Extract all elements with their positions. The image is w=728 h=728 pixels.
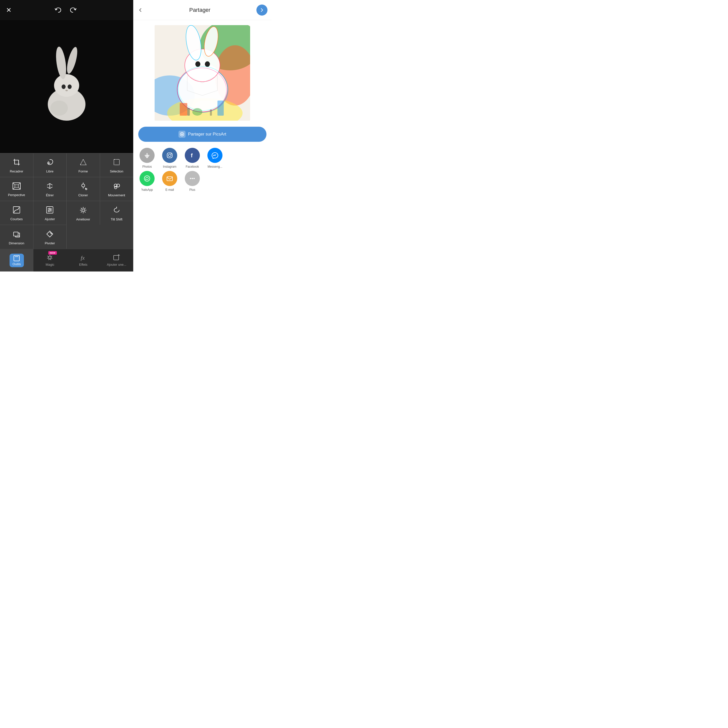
tool-etirer-label: Étirer [46, 193, 54, 197]
svg-line-14 [13, 187, 15, 189]
share-picsart-button[interactable]: Partager sur PicsArt [138, 127, 266, 142]
preview-image-container [133, 20, 271, 123]
tool-tiltshift[interactable]: Tilt Shift [100, 201, 133, 225]
undo-button[interactable] [55, 7, 62, 13]
tab-outils-label: Outils [12, 262, 21, 266]
tab-effets[interactable]: fx Effets [67, 249, 100, 271]
tab-ajouter-label: Ajouter une... [107, 263, 126, 266]
close-button[interactable]: ✕ [6, 6, 12, 14]
tool-ameliorer[interactable]: Améliorer [67, 201, 100, 225]
tool-ameliorer-label: Améliorer [76, 217, 90, 221]
shape-icon [79, 158, 87, 167]
share-header: Partager [133, 0, 271, 20]
svg-rect-51 [114, 255, 119, 260]
tool-etirer[interactable]: Étirer [34, 177, 67, 201]
svg-point-8 [50, 101, 68, 116]
share-picsart-label: Partager sur PicsArt [188, 132, 226, 137]
facebook-label: Facebook [186, 165, 199, 168]
svg-point-90 [171, 154, 172, 154]
tool-recadrer[interactable]: Recadrer [0, 153, 34, 177]
svg-rect-84 [210, 109, 212, 116]
messenger-label: Messeng... [208, 165, 222, 168]
tool-ajuster-label: Ajuster [45, 217, 55, 221]
picsart-logo [179, 131, 185, 138]
top-bar: ✕ [0, 0, 133, 20]
svg-point-75 [195, 61, 200, 67]
email-label: E-mail [165, 188, 174, 191]
next-button[interactable] [256, 5, 268, 15]
dimension-icon [12, 230, 21, 239]
email-icon [162, 171, 177, 186]
tool-cloner[interactable]: Cloner [67, 177, 100, 201]
tab-ajouter[interactable]: Ajouter une... [100, 249, 133, 271]
share-title: Partager [189, 7, 210, 13]
svg-rect-33 [50, 210, 51, 210]
svg-point-94 [190, 178, 191, 179]
svg-rect-93 [167, 177, 173, 181]
svg-rect-81 [217, 101, 224, 116]
crop-icon [12, 158, 21, 167]
tool-mouvement-label: Mouvement [108, 193, 125, 197]
share-apps-row1: Photos Instagram f Facebook [133, 145, 271, 171]
svg-rect-45 [14, 232, 18, 236]
stretch-icon [46, 182, 54, 191]
left-panel: ✕ [0, 0, 133, 271]
back-button[interactable] [137, 7, 143, 13]
tool-mouvement[interactable]: Mouvement [100, 177, 133, 201]
preview-image [154, 25, 250, 121]
app-messenger[interactable]: Messeng... [206, 148, 224, 168]
redo-button[interactable] [69, 7, 76, 13]
svg-point-89 [168, 154, 171, 157]
svg-line-15 [18, 187, 20, 189]
tool-perspective[interactable]: Perspective [0, 177, 34, 201]
tool-dimension[interactable]: Dimension [0, 225, 34, 249]
tab-magic[interactable]: NEW Magic [34, 249, 67, 271]
app-photos[interactable]: Photos [138, 148, 156, 168]
app-instagram[interactable]: Instagram [161, 148, 179, 168]
tool-tiltshift-label: Tilt Shift [111, 217, 122, 221]
tool-forme[interactable]: Forme [67, 153, 100, 177]
svg-point-82 [192, 108, 202, 116]
tool-libre[interactable]: Libre [34, 153, 67, 177]
svg-point-7 [65, 90, 68, 91]
instagram-icon [162, 148, 177, 163]
right-panel: Partager [133, 0, 271, 271]
app-more[interactable]: Plus [184, 171, 201, 191]
tool-selection[interactable]: Sélection [100, 153, 133, 177]
tool-perspective-label: Perspective [8, 193, 25, 197]
svg-rect-34 [48, 211, 49, 212]
whatsapp-icon [139, 171, 154, 186]
lasso-icon [46, 158, 54, 167]
photos-label: Photos [142, 165, 151, 168]
app-whatsapp[interactable]: 'hatsApp [138, 171, 156, 191]
svg-line-41 [84, 211, 85, 212]
svg-point-2 [54, 74, 79, 97]
top-bar-center [55, 7, 76, 13]
tab-outils[interactable]: Outils [0, 249, 34, 271]
tool-pivoter[interactable]: Pivoter [34, 225, 67, 249]
perspective-icon [12, 182, 21, 191]
more-label: Plus [189, 188, 195, 191]
svg-text:f: f [191, 152, 193, 159]
svg-line-42 [84, 208, 85, 209]
movement-icon [113, 182, 121, 191]
tab-effets-label: Effets [79, 263, 87, 266]
outils-icon [13, 255, 20, 262]
tools-grid-container: Recadrer Libre Forme [0, 153, 133, 249]
svg-rect-48 [14, 255, 19, 261]
magic-icon [46, 254, 54, 261]
svg-point-18 [82, 184, 85, 187]
tool-recadrer-label: Recadrer [10, 170, 23, 173]
tool-courbes[interactable]: Courbes [0, 201, 34, 225]
app-facebook[interactable]: f Facebook [184, 148, 201, 168]
app-email[interactable]: E-mail [161, 171, 179, 191]
svg-point-5 [61, 84, 66, 89]
svg-point-25 [115, 186, 117, 189]
tool-cloner-label: Cloner [78, 193, 88, 197]
tool-ajuster[interactable]: Ajuster [34, 201, 67, 225]
more-icon [185, 171, 200, 186]
messenger-icon [207, 148, 222, 163]
tool-pivoter-label: Pivoter [45, 241, 55, 245]
effets-icon: fx [80, 254, 87, 261]
selection-icon [113, 158, 121, 167]
